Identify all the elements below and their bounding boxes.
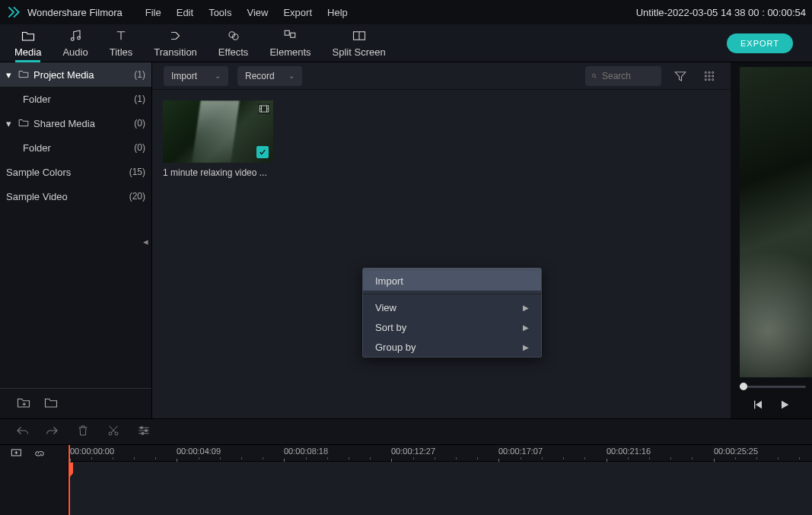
svg-point-22 bbox=[145, 430, 148, 432]
submenu-arrow-icon: ▶ bbox=[523, 304, 529, 312]
svg-point-11 bbox=[705, 75, 706, 76]
tree-folder-2[interactable]: Folder (0) bbox=[0, 135, 151, 160]
delete-icon[interactable] bbox=[76, 424, 90, 439]
tab-titles-label: Titles bbox=[110, 46, 133, 58]
svg-point-1 bbox=[78, 37, 81, 40]
ctx-sortby[interactable]: Sort by ▶ bbox=[363, 317, 541, 337]
tab-effects-label: Effects bbox=[218, 46, 249, 58]
svg-point-14 bbox=[705, 78, 706, 80]
tree-label: Project Media bbox=[33, 69, 94, 81]
svg-rect-4 bbox=[285, 30, 290, 35]
menu-view[interactable]: View bbox=[247, 7, 268, 18]
tab-media-label: Media bbox=[14, 46, 41, 58]
menu-tools[interactable]: Tools bbox=[209, 7, 231, 18]
tab-titles[interactable]: Titles bbox=[103, 24, 140, 62]
ruler-tick: 00:00:25:25 bbox=[714, 447, 758, 456]
folder-icon bbox=[21, 29, 35, 45]
grid-view-icon[interactable] bbox=[699, 66, 719, 86]
folder-icon bbox=[18, 118, 29, 129]
ruler-tick: 00:00:08:18 bbox=[284, 447, 328, 456]
link-icon[interactable] bbox=[33, 447, 46, 460]
cut-icon[interactable] bbox=[107, 424, 120, 439]
ctx-separator bbox=[363, 294, 541, 294]
svg-point-12 bbox=[709, 75, 710, 76]
undo-icon[interactable] bbox=[15, 424, 29, 439]
open-folder-icon[interactable] bbox=[44, 396, 58, 411]
tab-effects[interactable]: Effects bbox=[212, 24, 256, 62]
elements-icon bbox=[283, 29, 297, 45]
tab-elements-label: Elements bbox=[269, 46, 310, 58]
tree-sample-video[interactable]: Sample Video (20) bbox=[0, 184, 151, 208]
menu-export[interactable]: Export bbox=[283, 7, 312, 18]
tree-count: (1) bbox=[134, 69, 145, 80]
tree-project-media[interactable]: ▾ Project Media (1) bbox=[0, 62, 151, 87]
tab-media[interactable]: Media bbox=[8, 24, 48, 62]
text-icon bbox=[114, 29, 128, 45]
ctx-view[interactable]: View ▶ bbox=[363, 297, 541, 317]
playhead-handle[interactable] bbox=[68, 462, 74, 485]
tree-shared-media[interactable]: ▾ Shared Media (0) bbox=[0, 111, 151, 135]
app-name: Wondershare Filmora bbox=[27, 7, 123, 18]
tab-splitscreen-label: Split Screen bbox=[333, 46, 386, 58]
ctx-import[interactable]: Import bbox=[363, 271, 541, 291]
add-track-icon[interactable] bbox=[11, 447, 23, 460]
svg-point-10 bbox=[712, 72, 714, 73]
new-folder-icon[interactable] bbox=[17, 396, 30, 411]
timeline-tracks[interactable] bbox=[68, 462, 812, 515]
prev-frame-icon[interactable] bbox=[753, 399, 765, 413]
search-box[interactable] bbox=[585, 66, 661, 86]
svg-point-8 bbox=[705, 72, 706, 73]
tree-label: Folder bbox=[23, 142, 51, 154]
svg-point-9 bbox=[709, 72, 710, 73]
media-tree: ▾ Project Media (1) Folder (1) ▾ Shared … bbox=[0, 62, 151, 388]
settings-icon[interactable] bbox=[137, 424, 151, 439]
chevron-down-icon: ⌄ bbox=[215, 72, 221, 80]
tree-folder-1[interactable]: Folder (1) bbox=[0, 87, 151, 111]
import-dropdown[interactable]: Import ⌄ bbox=[164, 66, 228, 86]
collapse-sidebar-icon[interactable]: ◂ bbox=[143, 236, 152, 246]
menu-file[interactable]: File bbox=[145, 7, 161, 18]
preview-viewport[interactable] bbox=[740, 67, 812, 377]
ruler-tick: 00:00:04:09 bbox=[177, 447, 221, 456]
tab-splitscreen[interactable]: Split Screen bbox=[326, 24, 393, 62]
document-title: Untitle-2022-03-05 14 38 00 : 00:00:54 bbox=[636, 0, 806, 24]
search-icon bbox=[591, 71, 597, 81]
timeline-ruler[interactable]: 00:00:00:00 00:00:04:09 00:00:08:18 00:0… bbox=[68, 445, 812, 462]
record-dropdown-label: Record bbox=[245, 71, 275, 81]
tree-count: (0) bbox=[134, 142, 145, 153]
app-logo-icon bbox=[6, 5, 21, 20]
record-dropdown[interactable]: Record ⌄ bbox=[237, 66, 302, 86]
chevron-down-icon: ⌄ bbox=[288, 72, 295, 80]
tree-label: Sample Video bbox=[6, 191, 68, 202]
ctx-import-label: Import bbox=[375, 275, 403, 287]
redo-icon[interactable] bbox=[46, 424, 59, 439]
tab-transition[interactable]: Transition bbox=[147, 24, 204, 62]
svg-point-13 bbox=[712, 75, 714, 76]
caret-down-icon: ▾ bbox=[6, 69, 14, 81]
slider-knob[interactable] bbox=[740, 383, 747, 390]
tree-count: (15) bbox=[129, 167, 145, 177]
splitscreen-icon bbox=[352, 29, 366, 45]
preview-slider[interactable] bbox=[740, 380, 806, 393]
tree-label: Shared Media bbox=[33, 118, 95, 129]
export-button[interactable]: EXPORT bbox=[727, 33, 793, 53]
ctx-groupby[interactable]: Group by ▶ bbox=[363, 337, 541, 357]
ruler-tick: 00:00:00:00 bbox=[70, 447, 114, 456]
menu-help[interactable]: Help bbox=[327, 7, 348, 18]
music-icon bbox=[68, 29, 82, 45]
play-icon[interactable] bbox=[779, 399, 791, 413]
svg-point-16 bbox=[712, 78, 714, 80]
ruler-tick: 00:00:21:16 bbox=[607, 447, 651, 456]
main-menu: File Edit Tools View Export Help bbox=[145, 7, 348, 18]
media-clip[interactable]: 1 minute relaxing video ... bbox=[163, 100, 273, 178]
ruler-tick: 00:00:12:27 bbox=[391, 447, 435, 456]
tree-sample-colors[interactable]: Sample Colors (15) bbox=[0, 160, 151, 184]
tree-count: (0) bbox=[134, 118, 145, 129]
tab-audio[interactable]: Audio bbox=[56, 24, 94, 62]
menu-edit[interactable]: Edit bbox=[177, 7, 193, 18]
search-input[interactable] bbox=[602, 71, 655, 81]
tab-elements[interactable]: Elements bbox=[263, 24, 317, 62]
clip-thumbnail[interactable] bbox=[163, 100, 273, 163]
filter-icon[interactable] bbox=[670, 66, 690, 86]
svg-point-15 bbox=[709, 78, 710, 80]
